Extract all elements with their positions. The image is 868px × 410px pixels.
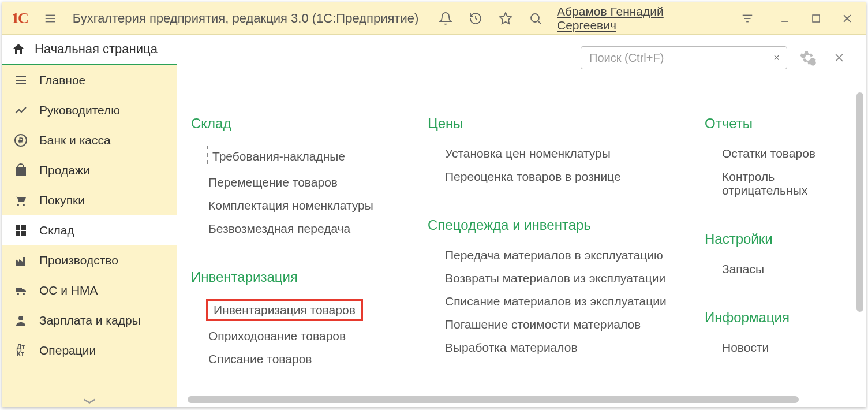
- section-item[interactable]: Списание материалов из эксплуатации: [428, 290, 682, 313]
- nav-item-1[interactable]: Руководителю: [2, 95, 177, 125]
- section-item[interactable]: Перемещение товаров: [191, 171, 405, 194]
- ruble-icon: ₽: [13, 133, 29, 147]
- search-clear-button[interactable]: ×: [766, 47, 787, 69]
- svg-text:₽: ₽: [18, 136, 24, 145]
- nav-item-3[interactable]: Продажи: [2, 155, 177, 185]
- svg-point-4: [531, 14, 539, 22]
- bell-icon[interactable]: [435, 8, 457, 29]
- content-column-1: ЦеныУстановка цен номенклатурыПереоценка…: [428, 110, 682, 395]
- svg-rect-21: [21, 231, 26, 236]
- sidebar-expand-handle[interactable]: [2, 394, 177, 407]
- nav-list: ГлавноеРуководителю₽Банк и кассаПродажиП…: [2, 65, 177, 394]
- search-box: ×: [581, 46, 787, 69]
- window-controls: [772, 8, 860, 29]
- svg-rect-14: [16, 80, 26, 81]
- vertical-scrollbar-thumb[interactable]: [856, 92, 863, 312]
- section-item[interactable]: Инвентаризация товаров: [206, 299, 363, 321]
- svg-point-22: [17, 293, 19, 295]
- content-area: × СкладТребования-накладныеПеремещение т…: [177, 35, 866, 407]
- app-window: 1C Бухгалтерия предприятия, редакция 3.0…: [2, 2, 866, 407]
- nav-item-label: Продажи: [39, 163, 90, 177]
- svg-rect-20: [16, 231, 20, 236]
- section-item[interactable]: Новости: [705, 336, 854, 359]
- home-icon: [12, 42, 25, 56]
- section-title[interactable]: Инвентаризация: [191, 269, 405, 285]
- section-title[interactable]: Цены: [428, 115, 682, 132]
- home-tab[interactable]: Начальная страница: [2, 35, 177, 65]
- close-button[interactable]: [835, 8, 860, 29]
- grid-icon: [13, 223, 29, 237]
- section-item[interactable]: Переоценка товаров в рознице: [428, 165, 682, 188]
- section-item[interactable]: Оприходование товаров: [191, 325, 405, 348]
- nav-item-8[interactable]: Зарплата и кадры: [2, 305, 177, 336]
- hamburger-icon[interactable]: [39, 8, 61, 29]
- truck-icon: [13, 284, 29, 297]
- section-item[interactable]: Списание товаров: [191, 348, 405, 371]
- minimize-button[interactable]: [772, 8, 798, 29]
- sidebar: Начальная страница ГлавноеРуководителю₽Б…: [2, 35, 177, 407]
- vertical-scrollbar[interactable]: [856, 92, 865, 389]
- nav-item-0[interactable]: Главное: [2, 65, 177, 95]
- section-title[interactable]: Склад: [191, 115, 405, 132]
- star-icon[interactable]: [495, 8, 517, 29]
- chart-icon: [13, 103, 29, 117]
- section-title[interactable]: Настройки: [705, 231, 854, 247]
- nav-item-2[interactable]: ₽Банк и касса: [2, 125, 177, 155]
- nav-item-label: Операции: [39, 344, 96, 357]
- maximize-button[interactable]: [803, 8, 829, 29]
- titlebar: 1C Бухгалтерия предприятия, редакция 3.0…: [2, 2, 866, 35]
- app-title: Бухгалтерия предприятия, редакция 3.0 (1…: [73, 11, 419, 26]
- dtkt-icon: ДтКт: [13, 344, 29, 357]
- section-title[interactable]: Отчеты: [705, 115, 854, 132]
- section-item[interactable]: Возвраты материалов из эксплуатации: [428, 267, 682, 290]
- svg-marker-3: [500, 13, 511, 24]
- nav-item-label: Банк и касса: [39, 133, 111, 147]
- nav-item-9[interactable]: ДтКтОперации: [2, 336, 177, 366]
- section-item[interactable]: Комплектация номенклатуры: [191, 194, 405, 217]
- content-toolbar: ×: [581, 46, 850, 69]
- section-title[interactable]: Спецодежда и инвентарь: [428, 217, 682, 233]
- section-item[interactable]: Безвозмездная передача: [191, 217, 405, 240]
- nav-item-label: ОС и НМА: [39, 284, 98, 297]
- nav-item-4[interactable]: Покупки: [2, 185, 177, 215]
- svg-rect-18: [16, 225, 20, 230]
- search-icon[interactable]: [525, 8, 547, 29]
- horizontal-scrollbar[interactable]: [188, 396, 852, 404]
- nav-item-label: Зарплата и кадры: [39, 314, 141, 327]
- content-column-0: СкладТребования-накладныеПеремещение тов…: [191, 110, 405, 395]
- person-icon: [13, 314, 29, 327]
- svg-rect-19: [21, 225, 26, 230]
- nav-item-label: Руководителю: [39, 103, 120, 117]
- section-item[interactable]: Остатки товаров: [705, 142, 854, 165]
- svg-rect-15: [16, 83, 26, 84]
- cart-icon: [13, 193, 29, 207]
- section-item[interactable]: Выработка материалов: [428, 336, 682, 359]
- menu-icon: [13, 73, 29, 87]
- nav-item-5[interactable]: Склад: [2, 215, 177, 245]
- section-item[interactable]: Установка цен номенклатуры: [428, 142, 682, 165]
- horizontal-scrollbar-thumb[interactable]: [188, 396, 799, 403]
- filter-icon[interactable]: [736, 8, 758, 29]
- logo-1c: 1C: [8, 10, 31, 27]
- close-panel-icon[interactable]: [829, 52, 850, 64]
- section-item[interactable]: Требования-накладные: [207, 146, 350, 167]
- section-title[interactable]: Информация: [705, 310, 854, 326]
- factory-icon: [13, 254, 29, 267]
- nav-item-6[interactable]: Производство: [2, 245, 177, 275]
- section-item[interactable]: Контроль отрицательных: [705, 165, 854, 202]
- svg-point-26: [810, 60, 816, 66]
- user-link[interactable]: Абрамов Геннадий Сергеевич: [557, 5, 726, 32]
- section-item[interactable]: Передача материалов в эксплуатацию: [428, 244, 682, 267]
- svg-marker-25: [84, 398, 95, 404]
- settings-icon[interactable]: [798, 49, 818, 66]
- svg-point-24: [18, 316, 23, 320]
- history-icon[interactable]: [465, 8, 487, 29]
- nav-item-7[interactable]: ОС и НМА: [2, 275, 177, 305]
- svg-line-5: [538, 21, 541, 24]
- section-item[interactable]: Погашение стоимости материалов: [428, 313, 682, 336]
- home-label: Начальная страница: [35, 42, 158, 57]
- search-input[interactable]: [581, 51, 766, 65]
- section-item[interactable]: Запасы: [705, 258, 854, 281]
- svg-rect-10: [813, 15, 820, 22]
- content-column-2: ОтчетыОстатки товаровКонтроль отрицатель…: [705, 110, 854, 395]
